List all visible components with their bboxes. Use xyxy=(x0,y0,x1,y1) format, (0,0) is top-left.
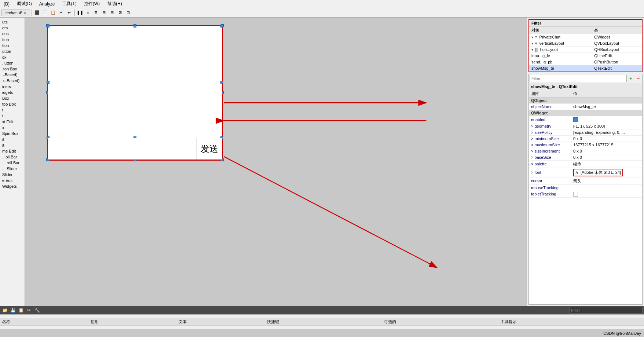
right-panel: Filter 对象 类 ▾ ≡ PrivateChat xyxy=(527,18,644,306)
sidebar-item-based2[interactable]: .s-Based) xyxy=(1,78,24,84)
sidebar-item-tton1[interactable]: tton xyxy=(1,37,24,43)
toolbar-btn-8[interactable]: ≣ xyxy=(92,9,100,17)
props-remove-btn[interactable]: − xyxy=(635,75,641,82)
file-tab-close[interactable]: × xyxy=(24,11,26,15)
enabled-checkbox[interactable] xyxy=(573,117,578,122)
sidebar-item-widgets[interactable]: Widgets xyxy=(1,183,24,189)
sidebar-item-t2[interactable]: t xyxy=(1,113,24,119)
sidebar-item-tbo-box[interactable]: tbo Box xyxy=(1,101,24,107)
prop-basesize-value[interactable]: 0 x 0 xyxy=(571,154,642,160)
prop-row-cursor[interactable]: cursor 箭头 xyxy=(529,177,642,184)
show-msg-textedit[interactable] xyxy=(48,26,222,138)
sidebar-item-slider1[interactable]: ... Slider xyxy=(1,166,24,172)
prop-font-value-cell[interactable]: A [Adobe 宋体 Std L, 24] xyxy=(571,168,642,177)
toolbar-btn-9[interactable]: ⊞ xyxy=(100,9,108,17)
prop-row-mousetracking[interactable]: mouseTracking xyxy=(529,184,642,191)
prop-row-minimumsize[interactable]: > minimumSize 0 x 0 xyxy=(529,135,642,142)
bottom-btn-folder[interactable]: 📁 xyxy=(1,307,8,314)
toolbar-btn-7[interactable]: ≡ xyxy=(84,9,92,17)
toolbar-btn-6[interactable]: ❚❚ xyxy=(76,9,84,17)
obj-row-showmsg[interactable]: showMsg_te QTextEdit xyxy=(529,65,642,72)
prop-cursor-value[interactable]: 箭头 xyxy=(571,177,642,184)
toolbar-btn-12[interactable]: ⊡ xyxy=(125,9,132,17)
prop-row-objectname[interactable]: objectName showMsg_te xyxy=(529,104,642,110)
menu-help[interactable]: 帮助(H) xyxy=(105,0,124,8)
qt-form-canvas[interactable]: 发送 xyxy=(47,25,223,161)
bottom-btn-copy[interactable]: 📋 xyxy=(18,307,24,314)
sidebar-item-button[interactable]: ..utton xyxy=(1,60,24,66)
prop-font-value[interactable]: A [Adobe 宋体 Std L, 24] xyxy=(573,169,623,176)
prop-palette-value[interactable]: 继承 xyxy=(571,160,642,168)
menu-analyze[interactable]: Analyze xyxy=(37,1,57,7)
sidebar-item-slider2[interactable]: Slider xyxy=(1,172,24,177)
sidebar-item-it1[interactable]: it xyxy=(1,136,24,142)
prop-row-tablettracking[interactable]: tabletTracking xyxy=(529,191,642,198)
sidebar-item-e-edit[interactable]: e Edit xyxy=(1,177,24,183)
obj-row-privatechat[interactable]: ▾ ≡ PrivateChat QWidget xyxy=(529,34,642,40)
toolbar-btn-2[interactable]: 📄 xyxy=(41,9,49,17)
sidebar-item-it2[interactable]: it xyxy=(1,142,24,148)
toolbar-btn-3[interactable]: 📋 xyxy=(50,9,57,17)
obj-row-horilayout[interactable]: ▾ ||| hori...yout QHBoxLayout xyxy=(529,47,642,53)
toolbar-btn-10[interactable]: ⊟ xyxy=(109,9,116,17)
sidebar-item-spin-box[interactable]: Spin Box xyxy=(1,131,24,136)
prop-sizepolicy-value[interactable]: [Expanding, Expanding, 0, ... xyxy=(571,129,642,135)
sidebar-item-tton2[interactable]: tton xyxy=(1,43,24,48)
menu-tools[interactable]: 工具(T) xyxy=(60,0,78,8)
send-button[interactable]: 发送 xyxy=(196,138,222,160)
sidebar-item-xt-edit[interactable]: xt Edit xyxy=(1,119,24,125)
prop-objectname-value[interactable]: showMsg_te xyxy=(571,104,642,110)
prop-geometry-value[interactable]: [(1, 1), 525 x 300] xyxy=(571,123,642,129)
prop-mousetracking-value[interactable] xyxy=(571,184,642,191)
prop-tablettracking-value[interactable] xyxy=(571,191,642,198)
obj-row-verticallayout[interactable]: ▾ ≡ verticalLayout QVBoxLayout xyxy=(529,40,642,47)
bottom-btn-settings[interactable]: 🔧 xyxy=(34,307,40,314)
sidebar-item-x[interactable]: x xyxy=(1,125,24,131)
toolbar-btn-5[interactable]: ↩ xyxy=(66,9,73,17)
sidebar-item-uts[interactable]: uts xyxy=(1,19,24,25)
prop-row-basesize[interactable]: > baseSize 0 x 0 xyxy=(529,154,642,160)
sidebar-item-based1[interactable]: .-Based) xyxy=(1,72,24,78)
prop-row-geometry[interactable]: > geometry [(1, 1), 525 x 300] xyxy=(529,123,642,129)
prop-maximumsize-value[interactable]: 16777215 x 16777215 xyxy=(571,142,642,148)
sidebar-item-ers[interactable]: ers xyxy=(1,25,24,31)
status-text: CSDN @IronManJay xyxy=(603,331,641,336)
props-filter-input[interactable] xyxy=(530,75,627,82)
obj-row-sendpb[interactable]: send...g_pb QPushButton xyxy=(529,59,642,65)
sidebar-item-scroll-bar1[interactable]: ...oll Bar xyxy=(1,154,24,160)
prop-row-enabled[interactable]: enabled xyxy=(529,116,642,123)
input-line-edit[interactable] xyxy=(48,138,196,160)
bottom-filter-input[interactable] xyxy=(569,307,643,314)
menu-b[interactable]: (B) xyxy=(1,1,12,7)
bottom-btn-save[interactable]: 💾 xyxy=(10,307,16,314)
menu-controls[interactable]: 控件(W) xyxy=(82,0,102,8)
sidebar-item-ox[interactable]: ox xyxy=(1,54,24,60)
obj-row-inputle[interactable]: inpu...g_le QLineEdit xyxy=(529,53,642,59)
prop-row-font[interactable]: > font A [Adobe 宋体 Std L, 24] xyxy=(529,168,642,177)
sidebar-item-t1[interactable]: t xyxy=(1,107,24,113)
sidebar-item-utton[interactable]: utton xyxy=(1,48,24,54)
menu-debug[interactable]: 调试(D) xyxy=(15,0,34,8)
sidebar-item-iners[interactable]: iners xyxy=(1,84,24,89)
toolbar-btn-11[interactable]: ⊠ xyxy=(117,9,124,17)
sidebar-item-ton-box[interactable]: .ton Box xyxy=(1,66,24,72)
sidebar-item-ons[interactable]: ons xyxy=(1,31,24,37)
props-add-btn[interactable]: + xyxy=(627,75,634,82)
tablettracking-checkbox[interactable] xyxy=(573,192,578,197)
bottom-btn-cut[interactable]: ✂ xyxy=(26,307,32,314)
file-tab[interactable]: techat.ui* × xyxy=(1,10,30,16)
sidebar-item-me-edit[interactable]: me Edit xyxy=(1,148,24,154)
toolbar-btn-1[interactable]: ⬛ xyxy=(33,9,41,17)
prop-row-palette[interactable]: > palette 继承 xyxy=(529,160,642,168)
prop-row-sizeincrement[interactable]: > sizeIncrement 0 x 0 xyxy=(529,148,642,154)
sidebar-item-scroll-bar2[interactable]: ....roll Bar xyxy=(1,160,24,166)
sidebar-item-box[interactable]: Box xyxy=(1,95,24,101)
props-scroll-area[interactable]: 属性 值 QObject objectName showMsg_te xyxy=(529,90,642,304)
toolbar-btn-4[interactable]: ✂ xyxy=(58,9,65,17)
prop-sizeincrement-value[interactable]: 0 x 0 xyxy=(571,148,642,154)
prop-row-sizepolicy[interactable]: > sizePolicy [Expanding, Expanding, 0, .… xyxy=(529,129,642,135)
prop-row-maximumsize[interactable]: > maximumSize 16777215 x 16777215 xyxy=(529,142,642,148)
sidebar-item-idgets[interactable]: idgets xyxy=(1,89,24,95)
prop-minimumsize-value[interactable]: 0 x 0 xyxy=(571,135,642,142)
prop-enabled-value[interactable] xyxy=(571,116,642,123)
